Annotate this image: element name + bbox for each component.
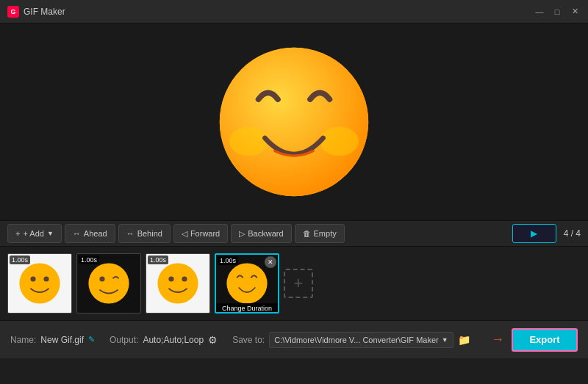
backward-button[interactable]: ▷ Backward xyxy=(231,224,291,243)
emoji-svg xyxy=(213,41,375,203)
svg-point-10 xyxy=(168,276,173,281)
output-label: Output: xyxy=(110,335,138,345)
frame-duration: 1.00s xyxy=(218,256,238,265)
svg-point-11 xyxy=(182,276,187,281)
title-bar: G GIF Maker — □ ✕ xyxy=(0,0,588,23)
forward-label: Forward xyxy=(190,229,220,238)
frame-tooltip: Change Duration xyxy=(216,303,278,314)
frame-duration: 1.00s xyxy=(10,256,30,264)
save-section: Save to: C:\Vidmore\Vidmore V... Convert… xyxy=(232,332,476,348)
save-label: Save to: xyxy=(232,335,265,345)
app-icon: G xyxy=(7,6,19,18)
ahead-button[interactable]: ↔ Ahead xyxy=(65,224,115,243)
frame-item[interactable]: 1.00s xyxy=(7,253,72,314)
backward-label: Backward xyxy=(248,229,283,238)
bottom-bar: Name: New Gif.gif ✎ Output: Auto;Auto;Lo… xyxy=(0,320,588,358)
preview-area xyxy=(0,23,588,220)
output-section: Output: Auto;Auto;Loop ⚙ xyxy=(110,334,218,346)
behind-button[interactable]: ↔ Behind xyxy=(118,224,171,243)
minimize-button[interactable]: — xyxy=(534,6,545,18)
title-text: GIF Maker xyxy=(24,7,65,17)
edit-icon[interactable]: ✎ xyxy=(88,335,95,344)
ahead-label: Ahead xyxy=(84,229,107,238)
svg-point-1 xyxy=(220,48,368,196)
svg-point-4 xyxy=(19,263,60,303)
frame-count: 4 / 4 xyxy=(564,228,581,239)
ahead-icon: ↔ xyxy=(73,229,81,238)
save-path-button[interactable]: C:\Vidmore\Vidmore V... Converter\GIF Ma… xyxy=(269,332,453,348)
dropdown-arrow-icon: ▼ xyxy=(442,336,448,344)
forward-button[interactable]: ◁ Forward xyxy=(173,224,228,243)
maximize-button[interactable]: □ xyxy=(551,6,563,18)
backward-icon: ▷ xyxy=(239,229,245,239)
frames-strip: 1.00s 1.00s 1.00s xyxy=(0,247,588,320)
empty-button[interactable]: 🗑 Empty xyxy=(295,224,345,243)
forward-icon: ◁ xyxy=(182,229,187,239)
svg-point-12 xyxy=(226,263,267,303)
title-left: G GIF Maker xyxy=(7,6,65,18)
svg-point-9 xyxy=(157,263,198,303)
name-value: New Gif.gif xyxy=(40,335,84,345)
play-button[interactable]: ▶ xyxy=(512,224,556,243)
frame-item-active[interactable]: 1.00s ✕ Change Duration xyxy=(215,253,279,314)
name-section: Name: New Gif.gif ✎ xyxy=(10,335,95,345)
frame-item[interactable]: 1.00s xyxy=(76,253,141,314)
frame-close-button[interactable]: ✕ xyxy=(265,256,276,268)
window-controls: — □ ✕ xyxy=(534,6,581,18)
svg-point-6 xyxy=(43,276,49,281)
toolbar: + + Add ▼ ↔ Ahead ↔ Behind ◁ Forward ▷ B… xyxy=(0,220,588,247)
export-section: → Export xyxy=(491,328,578,352)
trash-icon: 🗑 xyxy=(303,229,311,238)
emoji-preview xyxy=(0,23,588,220)
name-label: Name: xyxy=(10,335,36,345)
frame-item[interactable]: 1.00s xyxy=(146,253,210,314)
behind-icon: ↔ xyxy=(126,229,135,238)
export-button[interactable]: Export xyxy=(512,328,578,352)
add-frame-button[interactable]: + xyxy=(284,269,313,298)
close-button[interactable]: ✕ xyxy=(569,6,581,18)
add-icon: + xyxy=(15,229,20,238)
svg-point-3 xyxy=(320,127,359,156)
svg-point-5 xyxy=(30,276,35,281)
empty-label: Empty xyxy=(314,229,337,238)
svg-point-7 xyxy=(88,263,129,303)
save-path-text: C:\Vidmore\Vidmore V... Converter\GIF Ma… xyxy=(274,336,439,344)
behind-label: Behind xyxy=(137,229,162,238)
svg-point-8 xyxy=(99,276,104,281)
output-value: Auto;Auto;Loop xyxy=(143,335,204,345)
add-dropdown-icon: ▼ xyxy=(47,230,54,237)
play-icon: ▶ xyxy=(531,228,537,239)
add-label: + Add xyxy=(23,229,43,238)
gear-icon[interactable]: ⚙ xyxy=(208,334,218,346)
arrow-right-icon: → xyxy=(491,332,504,347)
folder-icon[interactable]: 📁 xyxy=(458,334,470,346)
svg-point-2 xyxy=(229,127,268,156)
frame-duration: 1.00s xyxy=(79,256,99,264)
add-button[interactable]: + + Add ▼ xyxy=(7,224,62,243)
frame-duration: 1.00s xyxy=(148,256,168,264)
